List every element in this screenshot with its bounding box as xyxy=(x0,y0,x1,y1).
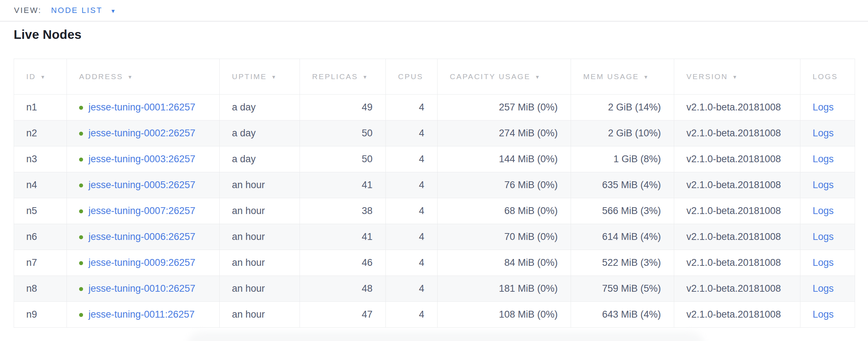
node-logs-cell: Logs xyxy=(800,146,855,172)
node-capacity-usage-cell: 108 MiB (0%) xyxy=(438,302,571,328)
sort-arrow-icon: ▼ xyxy=(128,74,134,80)
node-address-cell: jesse-tuning-0003:26257 xyxy=(67,146,220,172)
view-label: VIEW: xyxy=(14,6,42,15)
column-header-label: REPLICAS xyxy=(312,72,358,81)
sort-arrow-icon: ▼ xyxy=(362,74,369,80)
below-fold-element-shadow xyxy=(187,332,705,341)
node-uptime-cell: an hour xyxy=(220,198,300,224)
node-mem-usage-cell: 635 MiB (4%) xyxy=(571,172,674,198)
node-address-link[interactable]: jesse-tuning-0006:26257 xyxy=(88,231,195,242)
node-address-link[interactable]: jesse-tuning-0007:26257 xyxy=(88,205,195,216)
column-header[interactable]: CAPACITY USAGE▼ xyxy=(438,59,571,95)
column-header-label: UPTIME xyxy=(232,72,267,81)
node-mem-usage-cell: 2 GiB (10%) xyxy=(571,121,674,146)
table-row: n6 jesse-tuning-0006:26257 an hour 41 4 … xyxy=(14,224,855,250)
node-uptime-cell: an hour xyxy=(220,302,300,328)
chevron-down-icon: ▼ xyxy=(110,8,116,14)
node-capacity-usage-cell: 274 MiB (0%) xyxy=(438,121,571,146)
node-health-icon xyxy=(79,261,83,265)
node-capacity-usage-cell: 76 MiB (0%) xyxy=(438,172,571,198)
node-replicas-cell: 41 xyxy=(300,224,386,250)
node-logs-cell: Logs xyxy=(800,250,855,276)
node-version-cell: v2.1.0-beta.20181008 xyxy=(674,302,800,328)
column-header-label: MEM USAGE xyxy=(583,72,639,81)
node-mem-usage-cell: 2 GiB (14%) xyxy=(571,95,674,121)
node-uptime-cell: an hour xyxy=(220,172,300,198)
node-address-cell: jesse-tuning-0009:26257 xyxy=(67,250,220,276)
column-header-label: CAPACITY USAGE xyxy=(450,72,530,81)
node-version-cell: v2.1.0-beta.20181008 xyxy=(674,224,800,250)
node-address-cell: jesse-tuning-0006:26257 xyxy=(67,224,220,250)
node-mem-usage-cell: 614 MiB (4%) xyxy=(571,224,674,250)
node-cpus-cell: 4 xyxy=(386,121,438,146)
table-body: n1 jesse-tuning-0001:26257 a day 49 4 25… xyxy=(14,95,855,328)
node-address-link[interactable]: jesse-tuning-0005:26257 xyxy=(88,179,195,190)
node-logs-cell: Logs xyxy=(800,95,855,121)
column-header[interactable]: UPTIME▼ xyxy=(220,59,300,95)
column-header: LOGS▼ xyxy=(800,59,855,95)
sort-arrow-icon: ▼ xyxy=(40,74,46,80)
sort-arrow-icon: ▼ xyxy=(732,74,739,80)
node-capacity-usage-cell: 68 MiB (0%) xyxy=(438,198,571,224)
column-header: CPUS▼ xyxy=(386,59,438,95)
node-uptime-cell: a day xyxy=(220,95,300,121)
node-capacity-usage-cell: 257 MiB (0%) xyxy=(438,95,571,121)
node-replicas-cell: 48 xyxy=(300,276,386,302)
node-id-cell: n4 xyxy=(14,172,67,198)
column-header[interactable]: ADDRESS▼ xyxy=(67,59,220,95)
table-row: n2 jesse-tuning-0002:26257 a day 50 4 27… xyxy=(14,121,855,146)
node-uptime-cell: an hour xyxy=(220,276,300,302)
column-header[interactable]: REPLICAS▼ xyxy=(300,59,386,95)
column-header-label: LOGS xyxy=(813,72,838,81)
logs-link[interactable]: Logs xyxy=(813,309,834,320)
node-address-link[interactable]: jesse-tuning-0009:26257 xyxy=(88,257,195,268)
node-logs-cell: Logs xyxy=(800,224,855,250)
node-address-cell: jesse-tuning-0005:26257 xyxy=(67,172,220,198)
node-address-link[interactable]: jesse-tuning-0003:26257 xyxy=(88,154,195,164)
node-health-icon xyxy=(79,287,83,291)
node-health-icon xyxy=(79,132,83,136)
view-selector-dropdown[interactable]: NODE LIST ▼ xyxy=(51,6,116,15)
node-version-cell: v2.1.0-beta.20181008 xyxy=(674,276,800,302)
node-address-link[interactable]: jesse-tuning-0001:26257 xyxy=(88,102,195,113)
table-row: n8 jesse-tuning-0010:26257 an hour 48 4 … xyxy=(14,276,855,302)
node-mem-usage-cell: 1 GiB (8%) xyxy=(571,146,674,172)
logs-link[interactable]: Logs xyxy=(813,205,834,216)
node-address-link[interactable]: jesse-tuning-0002:26257 xyxy=(88,128,195,138)
node-mem-usage-cell: 522 MiB (3%) xyxy=(571,250,674,276)
table-header-row: ID▼ ADDRESS▼ UPTIME▼ REPLICAS▼ CPUS▼ xyxy=(14,59,855,95)
logs-link[interactable]: Logs xyxy=(813,231,834,242)
node-replicas-cell: 50 xyxy=(300,121,386,146)
column-header[interactable]: VERSION▼ xyxy=(674,59,800,95)
view-selected-value: NODE LIST xyxy=(51,6,102,15)
column-header-label: ADDRESS xyxy=(79,72,123,81)
node-id-cell: n8 xyxy=(14,276,67,302)
node-replicas-cell: 47 xyxy=(300,302,386,328)
node-replicas-cell: 41 xyxy=(300,172,386,198)
node-cpus-cell: 4 xyxy=(386,95,438,121)
node-address-cell: jesse-tuning-0010:26257 xyxy=(67,276,220,302)
table-row: n9 jesse-tuning-0011:26257 an hour 47 4 … xyxy=(14,302,855,328)
node-address-link[interactable]: jesse-tuning-0010:26257 xyxy=(88,283,195,294)
logs-link[interactable]: Logs xyxy=(813,179,834,190)
node-uptime-cell: an hour xyxy=(220,224,300,250)
node-address-cell: jesse-tuning-0007:26257 xyxy=(67,198,220,224)
column-header[interactable]: ID▼ xyxy=(14,59,67,95)
node-uptime-cell: a day xyxy=(220,146,300,172)
logs-link[interactable]: Logs xyxy=(813,283,834,294)
node-cpus-cell: 4 xyxy=(386,198,438,224)
logs-link[interactable]: Logs xyxy=(813,154,834,164)
column-header-label: VERSION xyxy=(686,72,728,81)
logs-link[interactable]: Logs xyxy=(813,102,834,113)
logs-link[interactable]: Logs xyxy=(813,128,834,138)
node-cpus-cell: 4 xyxy=(386,146,438,172)
node-id-cell: n9 xyxy=(14,302,67,328)
node-version-cell: v2.1.0-beta.20181008 xyxy=(674,146,800,172)
logs-link[interactable]: Logs xyxy=(813,257,834,268)
column-header[interactable]: MEM USAGE▼ xyxy=(571,59,674,95)
node-uptime-cell: an hour xyxy=(220,250,300,276)
node-mem-usage-cell: 566 MiB (3%) xyxy=(571,198,674,224)
column-header-label: CPUS xyxy=(398,72,423,81)
node-logs-cell: Logs xyxy=(800,276,855,302)
node-address-link[interactable]: jesse-tuning-0011:26257 xyxy=(88,309,195,320)
